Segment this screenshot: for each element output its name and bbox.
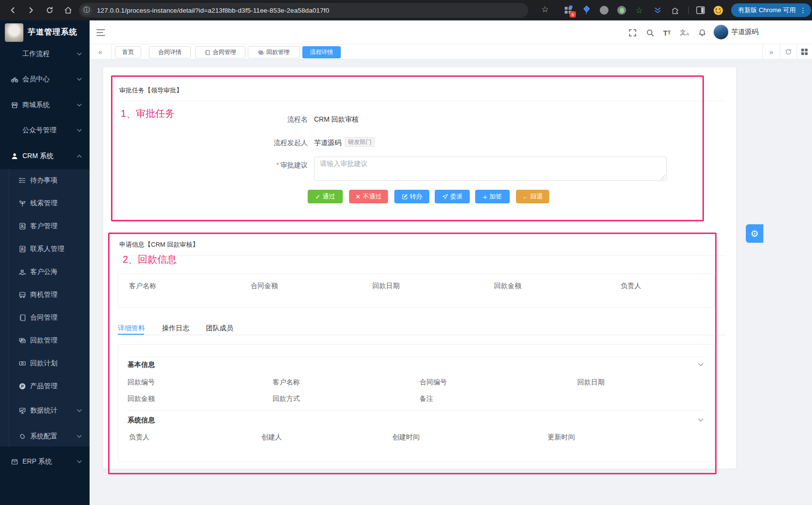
chevron-down-icon[interactable] (698, 418, 703, 422)
browser-menu-icon[interactable]: ⋮ (799, 6, 806, 14)
tab-detail-info[interactable]: 详细资料 (118, 324, 145, 333)
tab-receivable-manage[interactable]: 回款管理 (248, 46, 300, 58)
tab-team-members[interactable]: 团队成员 (206, 324, 233, 333)
sidebar-item-todo[interactable]: 待办事项 (0, 171, 90, 190)
annotation-label-1: 1、审批任务 (121, 107, 175, 120)
sidebar-item-wechat[interactable]: 公众号管理 (0, 121, 90, 140)
browser-forward-button[interactable] (26, 5, 36, 15)
opinion-textarea[interactable] (314, 157, 667, 181)
todo-list-icon (18, 177, 26, 184)
tabs-bottom-border (118, 335, 725, 335)
divider (119, 255, 725, 256)
config-icon (18, 433, 26, 440)
rollback-button[interactable]: ←回退 (516, 190, 549, 203)
tab-contract-manage[interactable]: 合同管理 (195, 46, 245, 58)
sidebar-item-clue[interactable]: 线索管理 (0, 194, 90, 213)
sidebar-item-business[interactable]: 商机管理 (0, 285, 90, 305)
tab-refresh-icon[interactable] (780, 44, 796, 59)
field-owner: 负责人 (129, 433, 149, 442)
chevron-down-icon (77, 460, 82, 463)
sidebar-item-product[interactable]: P 产品管理 (0, 377, 90, 396)
sidebar-item-contact[interactable]: 联系人管理 (0, 239, 90, 259)
browser-home-button[interactable] (63, 5, 73, 15)
annotation-label-2: 2、回款信息 (123, 253, 177, 266)
app-title: 芋道管理系统 (28, 27, 77, 37)
add-sign-button[interactable]: +加签 (475, 190, 510, 203)
emoji-extension-icon[interactable] (713, 5, 723, 16)
tabs-scroll-right[interactable]: » (762, 44, 780, 59)
tabs-scroll-left[interactable]: « (90, 44, 111, 59)
tab-operation-log[interactable]: 操作日志 (162, 324, 189, 333)
approve-button[interactable]: ✓通过 (308, 190, 343, 203)
field-create-time: 创建时间 (392, 433, 420, 442)
browser-reload-button[interactable] (45, 5, 55, 15)
extensions-puzzle-icon[interactable] (670, 5, 681, 16)
opinion-label: *审批建议 (210, 161, 308, 170)
sidebar-item-workflow[interactable]: 工作流程 (0, 44, 90, 64)
notebook-icon (204, 50, 210, 55)
tab-layout-grid-icon[interactable] (796, 44, 812, 59)
user-icon (11, 152, 18, 160)
site-info-icon[interactable]: ⓘ (81, 5, 92, 16)
basic-info-section-header[interactable]: 基本信息 (128, 361, 155, 369)
sidebar-item-member[interactable]: 会员中心 (0, 70, 90, 89)
bus-icon (18, 291, 26, 299)
browser-back-button[interactable] (8, 5, 18, 15)
tab-contract-detail[interactable]: 合同详情 (149, 46, 191, 58)
textarea-resize-grip[interactable] (660, 175, 665, 180)
sidebar-item-config[interactable]: 系统配置 (0, 427, 90, 446)
sidebar-item-receivable[interactable]: 回款管理 (0, 331, 90, 350)
extension-kite-icon[interactable] (581, 5, 592, 16)
extension-green-circle-icon[interactable] (616, 5, 627, 16)
table-header-contract-amount: 合同金额 (251, 282, 278, 290)
sidebar-item-statistics[interactable]: 数据统计 (0, 401, 90, 420)
divider (128, 357, 705, 357)
bookmark-star-icon[interactable]: ☆ (541, 4, 549, 15)
system-info-section-header[interactable]: 系统信息 (128, 416, 155, 425)
tab-process-detail[interactable]: 流程详情 (302, 46, 341, 58)
chevron-down-icon (77, 78, 82, 81)
process-name-label: 流程名 (210, 115, 308, 124)
extension-grid-icon[interactable]: 6 (563, 5, 573, 16)
table-header-owner: 负责人 (621, 282, 641, 290)
arrow-left-icon: ← (522, 194, 529, 200)
extension-chevrons-icon[interactable] (652, 5, 663, 16)
receivable-table (118, 273, 715, 308)
sidebar-item-pool[interactable]: 客户公海 (0, 262, 90, 282)
screen: ⓘ 127.0.0.1/process-instance/detail?id=a… (0, 0, 812, 505)
reject-button[interactable]: ✕不通过 (349, 190, 388, 203)
notification-bell-icon[interactable] (697, 27, 707, 38)
browser-toolbar: ⓘ 127.0.0.1/process-instance/detail?id=a… (0, 0, 812, 20)
transfer-button[interactable]: 转办 (394, 190, 429, 203)
search-icon[interactable] (645, 27, 655, 38)
address-bar[interactable]: ⓘ 127.0.0.1/process-instance/detail?id=a… (79, 3, 528, 18)
extension-green-star-icon[interactable]: ☆ (634, 5, 645, 16)
chevron-down-icon (77, 435, 82, 438)
delegate-button[interactable]: 委派 (435, 190, 470, 203)
product-p-icon: P (18, 382, 26, 390)
sidebar-item-customer[interactable]: 客户管理 (0, 216, 90, 236)
sidebar-item-crm[interactable]: CRM 系统 (0, 146, 90, 166)
sidebar-item-mall[interactable]: 商城系统 (0, 95, 90, 115)
chevron-down-icon (77, 104, 82, 107)
bike-icon (11, 75, 18, 83)
side-panel-icon[interactable] (695, 5, 706, 16)
sidebar-item-erp[interactable]: ERP 系统 (0, 452, 90, 471)
hamburger-menu-icon[interactable] (95, 27, 106, 38)
archive-box-icon (11, 458, 18, 466)
application-card-title: 申请信息【CRM 回款审核】 (119, 240, 199, 249)
fullscreen-icon[interactable] (627, 27, 638, 38)
theme-settings-button[interactable]: ⚙ (746, 224, 763, 243)
extension-gray-circle-icon[interactable] (599, 5, 609, 16)
user-avatar[interactable] (714, 25, 728, 39)
font-size-icon[interactable]: TT (662, 27, 672, 38)
field-receivable-date: 回款日期 (577, 378, 605, 387)
sidebar-item-contract[interactable]: 合同管理 (0, 308, 90, 327)
language-icon[interactable]: 文A (679, 27, 690, 38)
tab-home[interactable]: 首页 (115, 46, 141, 58)
chevron-down-icon[interactable] (698, 363, 703, 366)
chrome-update-button[interactable]: 有新版 Chrome 可用 ⋮ (731, 3, 811, 17)
field-creator: 创建人 (261, 433, 282, 442)
sidebar-item-receivable-plan[interactable]: 回款计划 (0, 354, 90, 373)
field-receivable-no: 回款编号 (128, 378, 155, 387)
